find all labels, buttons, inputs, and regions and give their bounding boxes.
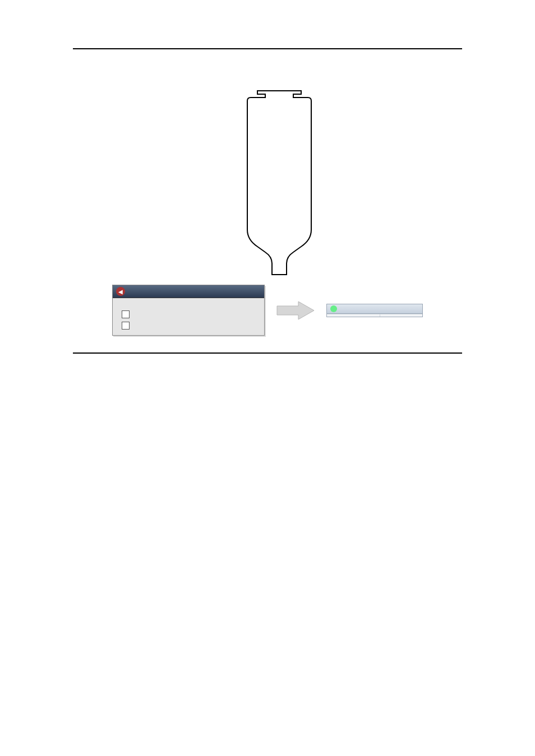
audio-device-panel: ◀ (112, 285, 265, 336)
record-col-camera (380, 314, 422, 317)
header-rule (73, 48, 462, 49)
record-channel-panel (326, 304, 423, 317)
record-col-audioin (327, 314, 380, 317)
checkbox-multichannel[interactable] (122, 322, 130, 330)
checkbox-soundcard[interactable] (122, 310, 130, 318)
speaker-icon: ◀ (116, 287, 125, 296)
footer-rule (73, 353, 462, 354)
svg-marker-0 (277, 302, 314, 319)
audio-board-diagram (73, 89, 462, 279)
arrow-icon (276, 300, 315, 321)
record-icon (330, 305, 337, 312)
